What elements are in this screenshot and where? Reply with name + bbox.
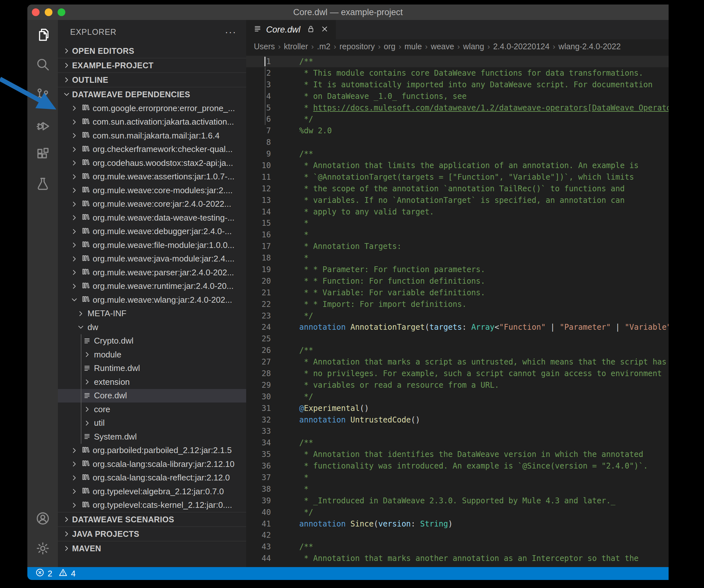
activity-item-search[interactable] bbox=[27, 50, 58, 80]
more-actions-icon[interactable]: ··· bbox=[225, 30, 236, 34]
code-line-20: 20 * * Function: For function definition… bbox=[246, 275, 668, 287]
code-text: * bbox=[280, 230, 308, 239]
code-text: /** bbox=[280, 542, 313, 551]
activity-item-extensions[interactable] bbox=[27, 140, 58, 170]
tree-item-org-mule-weave-runtime-jar-2-4-0-20[interactable]: org.mule.weave:runtime:jar:2.4.0-20... bbox=[58, 279, 246, 293]
tab-label: Core.dwl bbox=[266, 25, 300, 35]
code-text: */ bbox=[280, 115, 313, 124]
tree-item-org-scala-lang-scala-reflect-jar-2-12-0[interactable]: org.scala-lang:scala-reflect:jar:2.12.0 bbox=[58, 471, 246, 485]
tab-core-dwl[interactable]: Core.dwl bbox=[246, 20, 336, 39]
file-icon bbox=[82, 364, 93, 373]
code-line-17: 17 * Annotation Targets: bbox=[246, 240, 668, 252]
tree-item-dw[interactable]: dw bbox=[58, 320, 246, 334]
tree-item-module[interactable]: module bbox=[58, 348, 246, 362]
activity-item-testing[interactable] bbox=[27, 170, 58, 200]
tree-item-org-mule-weave-wlang-jar-2-4-0-202[interactable]: org.mule.weave:wlang:jar:2.4.0-202... bbox=[58, 293, 246, 307]
section-label: EXAMPLE-PROJECT bbox=[72, 61, 154, 70]
tree-item-label: org.mule.weave:assertions:jar:1.0.7-... bbox=[92, 172, 235, 181]
section-outline[interactable]: OUTLINE bbox=[58, 72, 246, 87]
tree-item-org-typelevel-cats-kernel-2-12-jar-0[interactable]: org.typelevel:cats-kernel_2.12:jar:0.... bbox=[58, 498, 246, 512]
tree-item-crypto-dwl[interactable]: Crypto.dwl bbox=[58, 334, 246, 348]
chevron-right-icon bbox=[69, 145, 80, 154]
activity-item-source-control[interactable] bbox=[27, 80, 58, 110]
code-text: /** bbox=[280, 57, 313, 66]
tree-item-meta-inf[interactable]: META-INF bbox=[58, 307, 246, 321]
section-java-projects[interactable]: JAVA PROJECTS bbox=[58, 527, 246, 541]
section-dataweave-dependencies[interactable]: DATAWEAVE DEPENDENCIES bbox=[58, 87, 246, 101]
tree-item-com-sun-mail-jakarta-mail-jar-1-6-4[interactable]: com.sun.mail:jakarta.mail:jar:1.6.4 bbox=[58, 129, 246, 143]
tree-item-org-codehaus-woodstox-stax2-api-ja[interactable]: org.codehaus.woodstox:stax2-api:ja... bbox=[58, 156, 246, 170]
tree-item-label: Crypto.dwl bbox=[93, 336, 133, 346]
activity-item-settings[interactable] bbox=[27, 534, 58, 564]
tree-item-label: org.mule.weave:core:jar:2.4.0-2022... bbox=[92, 199, 231, 209]
code-line-18: 18 * bbox=[246, 252, 668, 264]
breadcrumb-item-wlang[interactable]: wlang bbox=[463, 42, 484, 51]
code-line-30: 30 */ bbox=[246, 391, 668, 403]
breadcrumb-item-repository[interactable]: repository bbox=[340, 42, 375, 51]
tree-item-org-mule-weave-parser-jar-2-4-0-202[interactable]: org.mule.weave:parser:jar:2.4.0-202... bbox=[58, 266, 246, 279]
tree-item-org-parboiled-parboiled-2-12-jar-2-1-5[interactable]: org.parboiled:parboiled_2.12:jar:2.1.5 bbox=[58, 444, 246, 458]
breadcrumb-item-weave[interactable]: weave bbox=[431, 42, 454, 51]
code-line-7: 7%dw 2.0 bbox=[246, 125, 668, 137]
tree-item-com-sun-activation-jakarta-activation[interactable]: com.sun.activation:jakarta.activation... bbox=[58, 115, 246, 129]
code-line-26: 26/** bbox=[246, 344, 668, 356]
warning-count: 4 bbox=[71, 569, 78, 579]
line-number: 27 bbox=[246, 358, 280, 367]
tree-item-org-mule-weave-data-weave-testing[interactable]: org.mule.weave:data-weave-testing-... bbox=[58, 211, 246, 225]
file-icon bbox=[82, 391, 93, 400]
chevron-right-icon bbox=[69, 104, 80, 112]
code-line-35: 35 * Annotation that identifies the Data… bbox=[246, 448, 668, 460]
tree-item-com-google-errorprone-error-prone[interactable]: com.google.errorprone:error_prone_... bbox=[58, 101, 246, 115]
chevron-right-icon bbox=[69, 282, 80, 290]
line-number: 26 bbox=[246, 346, 280, 355]
tree-item-org-scala-lang-scala-library-jar-2-12-10[interactable]: org.scala-lang:scala-library:jar:2.12.10 bbox=[58, 457, 246, 471]
tab-bar: Core.dwl bbox=[246, 20, 668, 39]
breadcrumb-item-org[interactable]: org bbox=[384, 42, 396, 51]
close-tab-icon[interactable] bbox=[320, 25, 329, 35]
code-editor[interactable]: 1/**2 * This module contains core DataWe… bbox=[246, 54, 668, 567]
section-dataweave-scenarios[interactable]: DATAWEAVE SCENARIOS bbox=[58, 512, 246, 527]
tree-item-extension[interactable]: extension bbox=[58, 375, 246, 389]
tree-item-org-typelevel-algebra-2-12-jar-0-7-0[interactable]: org.typelevel:algebra_2.12:jar:0.7.0 bbox=[58, 485, 246, 498]
section-maven[interactable]: MAVEN bbox=[58, 541, 246, 555]
chevron-right-icon bbox=[69, 173, 80, 181]
line-number: 40 bbox=[246, 508, 280, 517]
tree-item-org-mule-weave-core-modules-jar-2[interactable]: org.mule.weave:core-modules:jar:2.... bbox=[58, 183, 246, 197]
activity-item-run-debug[interactable] bbox=[27, 110, 58, 140]
activity-item-explorer[interactable] bbox=[27, 20, 58, 50]
indent-guide bbox=[265, 91, 266, 102]
code-line-11: 11 * `@AnnotationTarget(targets = ["Func… bbox=[246, 171, 668, 183]
line-number: 6 bbox=[246, 115, 280, 124]
tree-item-org-mule-weave-assertions-jar-1-0-7[interactable]: org.mule.weave:assertions:jar:1.0.7-... bbox=[58, 170, 246, 184]
tree-item-label: extension bbox=[93, 377, 130, 387]
tree-item-core[interactable]: core bbox=[58, 403, 246, 416]
tree-item-org-mule-weave-debugger-jar-2-4-0[interactable]: org.mule.weave:debugger:jar:2.4.0-... bbox=[58, 225, 246, 238]
section-example-project[interactable]: EXAMPLE-PROJECT bbox=[58, 58, 246, 72]
code-text: * * Import: For import definitions. bbox=[280, 300, 467, 309]
breadcrumb-item-2-4-0-20220124[interactable]: 2.4.0-20220124 bbox=[493, 42, 549, 51]
code-text: annotation AnnotationTarget(targets: Arr… bbox=[280, 323, 668, 332]
breadcrumb-item-wlang-2-4-0-2022[interactable]: wlang-2.4.0-2022 bbox=[559, 42, 621, 51]
tree-item-org-checkerframework-checker-qual[interactable]: org.checkerframework:checker-qual... bbox=[58, 143, 246, 157]
breadcrumb-item-mule[interactable]: mule bbox=[404, 42, 422, 51]
breadcrumb-item-ktroller[interactable]: ktroller bbox=[284, 42, 308, 51]
tree-item-org-mule-weave-file-module-jar-1-0-0[interactable]: org.mule.weave:file-module:jar:1.0.0... bbox=[58, 238, 246, 252]
line-number: 23 bbox=[246, 311, 280, 320]
tree-item-label: org.scala-lang:scala-library:jar:2.12.10 bbox=[92, 459, 235, 469]
breadcrumb-item-m2[interactable]: .m2 bbox=[317, 42, 331, 51]
tree-item-org-mule-weave-core-jar-2-4-0-2022[interactable]: org.mule.weave:core:jar:2.4.0-2022... bbox=[58, 197, 246, 211]
breadcrumb-item-users[interactable]: Users bbox=[254, 42, 275, 51]
line-number: 37 bbox=[246, 473, 280, 482]
tree-item-label: System.dwl bbox=[93, 432, 137, 442]
tree-item-system-dwl[interactable]: System.dwl bbox=[58, 430, 246, 444]
file-icon bbox=[82, 337, 93, 345]
activity-item-account[interactable] bbox=[27, 504, 58, 534]
tree-item-core-dwl[interactable]: Core.dwl bbox=[58, 389, 246, 403]
code-text: * on DataWeave _1.0_ functions, see bbox=[280, 92, 467, 101]
section-open-editors[interactable]: OPEN EDITORS bbox=[58, 44, 246, 58]
tree-item-util[interactable]: util bbox=[58, 416, 246, 430]
problems-indicator[interactable]: 2 4 bbox=[35, 568, 79, 580]
tree-item-runtime-dwl[interactable]: Runtime.dwl bbox=[58, 362, 246, 375]
line-number: 21 bbox=[246, 288, 280, 297]
tree-item-org-mule-weave-java-module-jar-2-4[interactable]: org.mule.weave:java-module:jar:2.4.... bbox=[58, 252, 246, 266]
